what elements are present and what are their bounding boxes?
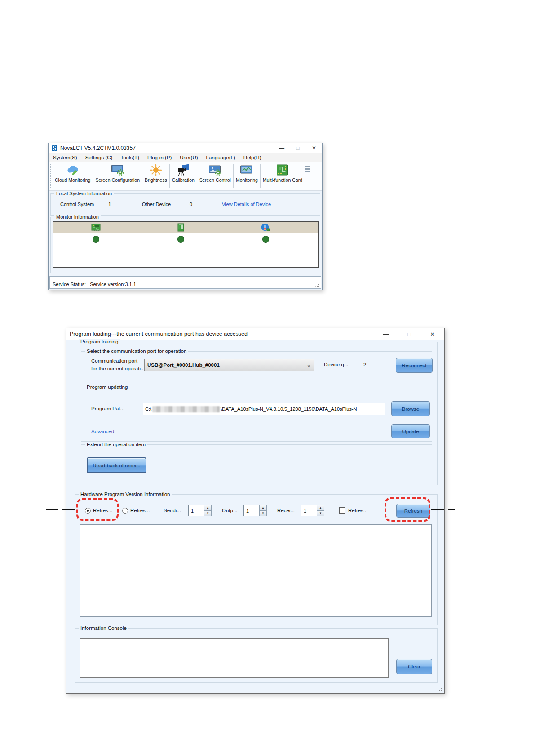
advanced-link[interactable]: Advanced [91,429,114,434]
receiving-card-label: Recei... [277,508,295,513]
control-system-label: Control System [60,202,94,207]
cloud-monitoring-icon [66,164,80,176]
toolbar-screen-configuration[interactable]: Screen Configuration [93,162,142,190]
refresh-one-radio-label: Refres... [130,508,150,513]
toolbar-divider [305,164,305,188]
monitor-status-cell [223,233,308,245]
toolbar-monitoring[interactable]: Monitoring [234,162,260,190]
program-path-field[interactable]: C:\\DATA_A10sPlus-N_V4.8.10.5_1208_1156\… [143,403,385,415]
reconnect-button[interactable]: Reconnect [396,358,433,373]
communication-port-select[interactable]: USB@Port_#0001.Hub_#0001 ⌄ [144,359,314,371]
local-system-information-group: Local System Information Control System … [50,193,320,216]
program-path-label: Program Pat... [91,406,124,411]
minimize-icon[interactable]: — [274,143,290,153]
monitor-column-header[interactable] [138,222,223,233]
toolbar-cloud-monitoring[interactable]: Cloud Monitoring [53,162,93,190]
monitor-column-header[interactable] [223,222,308,233]
other-device-label: Other Device [142,202,171,207]
local-system-information-label: Local System Information [54,191,114,196]
select-port-label: Select the communication port for operat… [85,348,188,354]
status-ok-dot [177,236,184,243]
receiving-card-icon [177,223,184,232]
dialog-titlebar[interactable]: Program loading---the current communicat… [66,328,444,340]
maximize-icon[interactable]: □ [290,143,306,153]
close-icon[interactable]: ✕ [421,328,444,340]
toolbar-calibration[interactable]: Calibration [170,162,197,190]
toolbar-multi-function-card[interactable]: Multi-function Card [261,162,305,190]
extend-operation-label: Extend the operation item [85,442,147,447]
hardware-version-label: Hardware Program Version Information [79,492,172,497]
annotation-leader-line-right [431,509,455,510]
program-updating-group: Program updating Program Pat... C:\\DATA… [81,387,432,442]
multi-function-card-icon [276,164,289,176]
calibration-icon [177,164,190,176]
toolbar-screen-control[interactable]: Screen Control [197,162,233,190]
spinner-down-icon[interactable]: ▼ [204,511,212,516]
extend-operation-group: Extend the operation item Read-back of r… [81,444,432,482]
clear-button[interactable]: Clear [396,659,432,674]
spinner-down-icon[interactable]: ▼ [317,511,324,516]
close-icon[interactable]: ✕ [306,143,322,153]
receiving-card-value: 1 [301,505,317,516]
view-details-of-device-link[interactable]: View Details of Device [222,202,271,207]
chevron-down-icon: ⌄ [307,362,311,368]
refresh-one-radio[interactable] [122,508,128,514]
annotation-box-refresh-all-radio [76,498,119,521]
toolbar-grip[interactable] [50,164,52,188]
read-back-button[interactable]: Read-back of recei... [87,457,146,473]
spinner-up-icon[interactable]: ▲ [259,505,267,511]
information-console-textbox[interactable] [80,638,389,678]
browse-button[interactable]: Browse [391,401,430,416]
toolbar-brightness[interactable]: Brightness [142,162,169,190]
spinner-down-icon[interactable]: ▼ [259,511,267,516]
refresh-checkbox[interactable] [339,507,345,514]
program-path-suffix: \DATA_A10sPlus-N_V4.8.10.5_1208_1156\DAT… [221,406,357,412]
redacted-path-segment [152,406,220,412]
main-titlebar[interactable]: NovaLCT V5.4.2CTM1.0.03357 — □ ✕ [49,143,322,153]
monitor-status-cell-filler [308,233,318,245]
resize-grip[interactable] [437,686,443,692]
menu-system[interactable]: System(S) [53,155,77,160]
service-status-label: Service Status: [53,281,86,287]
hardware-version-group: Hardware Program Version Information Ref… [75,494,438,625]
spinner-up-icon[interactable]: ▲ [204,505,212,511]
menu-help[interactable]: Help(H) [243,155,261,160]
sending-card-value: 1 [188,505,204,516]
output-port-stepper[interactable]: 1 ▲▼ [243,505,267,516]
maximize-icon[interactable]: □ [398,328,421,340]
annotation-leader-line-left [46,509,76,510]
monitor-column-header-filler [308,222,318,233]
monitor-information-group: Monitor Information [50,217,320,273]
minimize-icon[interactable]: — [374,328,398,340]
service-version-value: Service version:3.1.1 [90,281,136,287]
monitor-status-cell [138,233,223,245]
receiving-card-stepper[interactable]: 1 ▲▼ [301,505,324,516]
program-path-prefix: C:\ [145,406,151,412]
other-device-value: 0 [190,202,192,207]
menu-plugin[interactable]: Plug-in (P) [147,155,172,160]
status-ok-dot [93,236,99,243]
update-button[interactable]: Update [391,424,430,438]
screen-configuration-icon [111,164,124,176]
main-menubar: System(S) Settings (C) Tools(T) Plug-in … [49,153,322,162]
main-toolbar: Cloud Monitoring Screen Configuration [49,162,322,191]
screen-control-icon [208,164,222,176]
toolbar-item-clipped[interactable] [305,166,310,190]
spinner-up-icon[interactable]: ▲ [317,505,324,511]
device-quantity-value: 2 [363,362,366,367]
dialog-title: Program loading---the current communicat… [70,331,248,337]
resize-grip[interactable] [314,282,320,288]
menu-language[interactable]: Language(L) [206,155,235,160]
device-quantity-label: Device q... [324,362,348,367]
sending-card-stepper[interactable]: 1 ▲▼ [188,505,212,516]
menu-tools[interactable]: Tools(T) [120,155,139,160]
menu-user[interactable]: User(U) [180,155,198,160]
communication-port-label-line2: for the current operati... [91,366,145,371]
hardware-version-listbox[interactable] [80,524,432,617]
communication-port-value: USB@Port_#0001.Hub_#0001 [147,362,220,368]
menu-settings[interactable]: Settings (C) [85,155,113,160]
novalct-app-icon [52,145,57,151]
monitor-column-header[interactable] [53,222,138,233]
information-console-label: Information Console [79,625,128,631]
output-port-value: 1 [243,505,259,516]
